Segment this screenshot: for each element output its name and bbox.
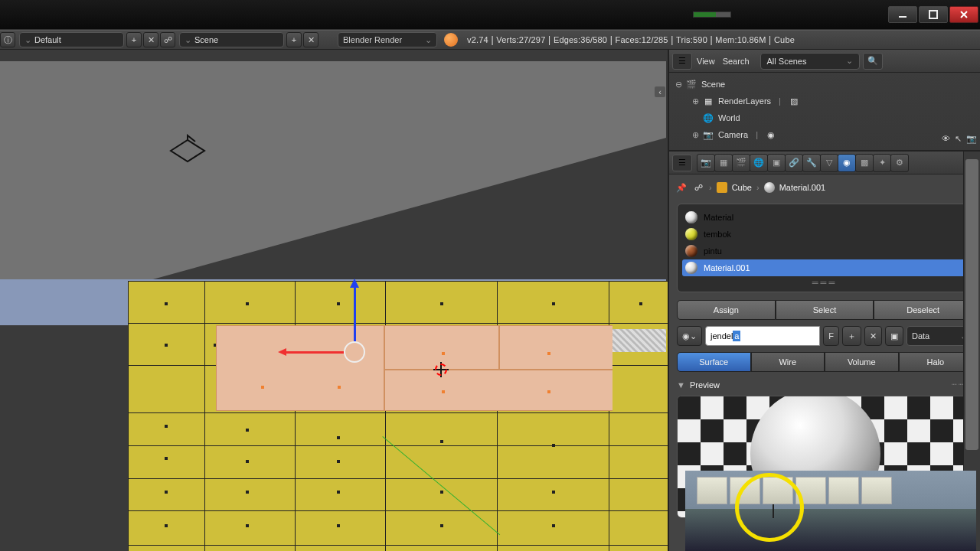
render-engine-label: Blender Render: [343, 35, 402, 44]
restrict-columns: 👁 ↖ 📷: [942, 134, 977, 144]
expand-panel-icon[interactable]: ‹: [655, 86, 665, 97]
camera-data-icon[interactable]: ◉: [764, 129, 778, 141]
type-wire-button[interactable]: Wire: [751, 352, 825, 372]
search-menu[interactable]: Search: [723, 57, 750, 66]
blender-logo-icon: [444, 33, 458, 47]
editor-type-icon[interactable]: ⓘ: [0, 32, 15, 47]
assign-button[interactable]: Assign: [677, 300, 776, 320]
cursor-icon[interactable]: ↖: [955, 134, 962, 144]
type-volume-button[interactable]: Volume: [825, 352, 899, 372]
type-halo-button[interactable]: Halo: [899, 352, 973, 372]
tab-renderlayers[interactable]: ▦: [714, 154, 733, 172]
preview-label: Preview: [690, 380, 720, 390]
material-slot[interactable]: Material: [682, 209, 967, 226]
horizon-plane: [0, 61, 668, 291]
scene-icon: ☍: [692, 181, 704, 194]
assign-row: Assign Select Deselect: [677, 300, 972, 320]
search-icon[interactable]: 🔍: [863, 53, 883, 70]
remove-scene-button[interactable]: ✕: [303, 32, 318, 47]
tree-item-renderlayers[interactable]: ⊕▦ RenderLayers | ▨: [675, 93, 980, 109]
type-surface-button[interactable]: Surface: [677, 352, 751, 372]
add-scene-button[interactable]: +: [286, 32, 302, 47]
tab-world[interactable]: 🌐: [750, 154, 768, 172]
dropdown-icon: ⌄: [24, 35, 31, 45]
manipulator-ring[interactable]: [344, 341, 365, 363]
selected-face[interactable]: [216, 325, 384, 411]
tree-item-camera[interactable]: ⊕📷 Camera | ◉: [675, 126, 980, 143]
view-menu[interactable]: View: [697, 57, 715, 66]
dropdown-icon: ⌄: [185, 35, 191, 45]
eye-icon[interactable]: 👁: [942, 134, 950, 144]
selected-face[interactable]: [384, 370, 612, 411]
tab-particles[interactable]: ✦: [873, 154, 891, 172]
render-restrict-icon[interactable]: 📷: [966, 134, 977, 144]
unlink-material-button[interactable]: ✕: [864, 326, 882, 346]
camera-icon: 📷: [701, 129, 715, 141]
new-material-button[interactable]: ＋: [842, 326, 861, 346]
fake-user-button[interactable]: F: [823, 326, 839, 346]
material-browse-button[interactable]: ◉⌄: [677, 326, 702, 346]
material-slot-selected[interactable]: Material.001: [682, 259, 967, 276]
layer-restrict-icon[interactable]: ▨: [787, 95, 801, 107]
material-name-input[interactable]: jendela: [705, 326, 820, 346]
preview-panel-header[interactable]: ▼ Preview ┈┈┈: [677, 380, 972, 390]
deselect-button[interactable]: Deselect: [874, 300, 972, 320]
layout-field[interactable]: [34, 35, 119, 44]
tab-texture[interactable]: ▩: [855, 154, 874, 172]
tab-scene[interactable]: 🎬: [732, 154, 750, 172]
material-slot[interactable]: pintu: [682, 243, 967, 259]
scene-field[interactable]: [194, 35, 279, 44]
world-icon: 🌐: [701, 112, 715, 124]
svg-rect-1: [929, 11, 937, 18]
breadcrumb-material[interactable]: Material.001: [779, 183, 826, 192]
webcam-overlay: [685, 471, 976, 551]
material-type-row: Surface Wire Volume Halo: [677, 352, 972, 372]
tab-modifiers[interactable]: 🔧: [802, 154, 821, 172]
remove-layout-button[interactable]: ✕: [143, 32, 158, 47]
outliner-tree[interactable]: ⊖🎬 Scene ⊕▦ RenderLayers | ▨ 🌐 World ⊕📷 …: [669, 73, 980, 146]
tab-render[interactable]: 📷: [697, 154, 715, 172]
breadcrumb-object[interactable]: Cube: [732, 183, 752, 192]
selected-face[interactable]: [499, 325, 612, 370]
z-axis-handle[interactable]: [354, 285, 356, 341]
x-axis-handle[interactable]: [286, 351, 344, 354]
select-button[interactable]: Select: [776, 300, 874, 320]
maximize-button[interactable]: [919, 6, 948, 23]
properties-tabs: ☰ 📷 ▦ 🎬 🌐 ▣ 🔗 🔧 ▽ ◉ ▩ ✦ ⚙: [669, 152, 980, 174]
3d-viewport[interactable]: ‹: [0, 50, 668, 551]
tab-data[interactable]: ▽: [820, 154, 838, 172]
node-toggle-button[interactable]: ▣: [885, 326, 903, 346]
material-slot[interactable]: tembok: [682, 226, 967, 243]
material-icon: [764, 182, 775, 193]
material-slot-list[interactable]: Material tembok pintu Material.001 ═══ ＋…: [677, 204, 972, 292]
editor-type-icon[interactable]: ☰: [672, 155, 692, 171]
dropdown-icon: ⌄: [425, 35, 432, 45]
minimize-button[interactable]: [888, 6, 917, 23]
render-engine-selector[interactable]: Blender Render ⌄: [338, 32, 437, 47]
editor-type-icon[interactable]: ☰: [672, 53, 692, 70]
list-resize-handle[interactable]: ═══: [682, 278, 967, 287]
scene-browse-icon[interactable]: ☍: [160, 32, 175, 47]
stats-readout: v2.74 | Verts:27/297 | Edges:36/580 | Fa…: [467, 34, 795, 45]
tab-material[interactable]: ◉: [838, 154, 856, 172]
camera-icon[interactable]: [168, 134, 207, 165]
info-header: ⓘ ⌄ + ✕ ☍ ⌄ + ✕ Blender Render ⌄ v2.74 |…: [0, 30, 980, 50]
pin-icon[interactable]: 📌: [675, 181, 688, 194]
tree-item-scene[interactable]: ⊖🎬 Scene: [675, 76, 980, 93]
add-layout-button[interactable]: +: [126, 32, 142, 47]
tab-physics[interactable]: ⚙: [890, 154, 909, 172]
chevron-right-icon: ›: [709, 183, 712, 192]
scene-selector[interactable]: ⌄: [179, 32, 284, 47]
tab-object[interactable]: ▣: [767, 154, 786, 172]
outliner-header: ☰ View Search All Scenes⌄ 🔍: [669, 50, 980, 73]
renderlayers-icon: ▦: [701, 95, 715, 107]
outliner-filter-selector[interactable]: All Scenes⌄: [760, 53, 860, 70]
unassigned-face: [612, 329, 666, 352]
scrollbar-thumb[interactable]: [965, 159, 978, 450]
tree-item-world[interactable]: 🌐 World: [675, 109, 980, 126]
close-button[interactable]: [949, 6, 978, 23]
tab-constraints[interactable]: 🔗: [785, 154, 803, 172]
chevron-right-icon: ›: [756, 183, 760, 192]
layout-selector[interactable]: ⌄: [19, 32, 124, 47]
disclosure-triangle-icon[interactable]: ▼: [677, 380, 685, 390]
